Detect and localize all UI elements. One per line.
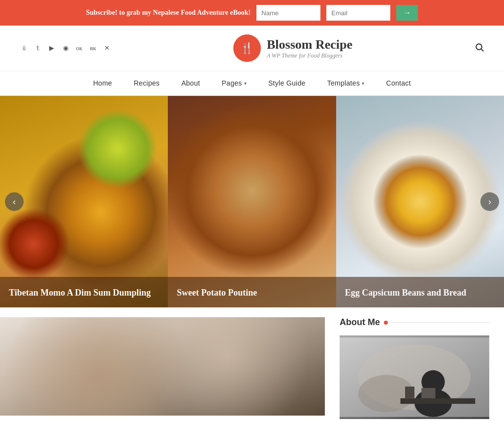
about-me-dot <box>384 321 388 325</box>
templates-chevron-icon: ▾ <box>362 81 364 86</box>
main-nav: Home Recipes About Pages ▾ Style Guide T… <box>82 71 422 95</box>
nav-item-recipes[interactable]: Recipes <box>123 71 171 95</box>
nav-about-label: About <box>181 79 200 87</box>
search-button[interactable] <box>474 42 484 55</box>
vk-icon[interactable]: вк <box>89 44 97 53</box>
slide-1: Tibetan Momo A Dim Sum Dumpling <box>0 96 168 307</box>
slide-3-title: Egg Capsicum Beans and Bread <box>345 287 495 299</box>
svg-line-1 <box>481 49 484 51</box>
top-banner: Subscribe! to grab my Nepalese Food Adve… <box>0 0 504 26</box>
nav-style-guide-label: Style Guide <box>268 79 306 87</box>
site-name: Blossom Recipe <box>267 37 352 52</box>
svg-rect-9 <box>421 388 436 398</box>
navigation-bar: Home Recipes About Pages ▾ Style Guide T… <box>0 71 504 96</box>
slider-next-button[interactable]: › <box>480 192 499 211</box>
nav-item-about[interactable]: About <box>170 71 211 95</box>
slide-3-caption: Egg Capsicum Beans and Bread <box>336 277 504 307</box>
image-slider: ‹ Tibetan Momo A Dim Sum Dumpling Sweet … <box>0 96 504 307</box>
svg-point-0 <box>476 44 482 50</box>
nav-item-pages[interactable]: Pages ▾ <box>211 71 257 95</box>
nav-pages-label: Pages <box>221 79 242 87</box>
about-me-image <box>340 335 489 419</box>
slide-2-caption: Sweet Potato Poutine <box>168 277 336 307</box>
slide-2: Sweet Potato Poutine <box>168 96 336 307</box>
logo-icon: 🍴 <box>233 34 261 62</box>
site-tagline: A WP Theme for Food Bloggers <box>267 52 352 60</box>
bottom-content: About Me <box>0 307 504 419</box>
sidebar: About Me <box>325 317 504 419</box>
twitter-icon[interactable]: 𝕥 <box>33 44 42 53</box>
odnoklassniki-icon[interactable]: ок <box>75 44 84 53</box>
svg-rect-8 <box>405 387 414 398</box>
nav-item-home[interactable]: Home <box>82 71 123 95</box>
nav-item-style-guide[interactable]: Style Guide <box>257 71 316 95</box>
xing-icon[interactable]: ✕ <box>102 44 111 53</box>
slide-3: Egg Capsicum Beans and Bread <box>336 96 504 307</box>
logo-text-block: Blossom Recipe A WP Theme for Food Blogg… <box>267 37 352 60</box>
slide-1-caption: Tibetan Momo A Dim Sum Dumpling <box>0 277 168 307</box>
social-icons-bar: û 𝕥 ▶ ◉ ок вк ✕ <box>20 44 111 53</box>
nav-home-label: Home <box>93 79 112 87</box>
svg-rect-7 <box>401 398 475 404</box>
site-header: û 𝕥 ▶ ◉ ок вк ✕ 🍴 Blossom Recipe A WP Th… <box>0 26 504 71</box>
banner-submit-button[interactable]: → <box>396 5 418 21</box>
nav-item-templates[interactable]: Templates ▾ <box>316 71 376 95</box>
about-me-divider <box>392 322 489 323</box>
instagram-icon[interactable]: ◉ <box>61 44 70 53</box>
slide-1-title: Tibetan Momo A Dim Sum Dumpling <box>9 287 159 299</box>
site-logo[interactable]: 🍴 Blossom Recipe A WP Theme for Food Blo… <box>233 34 352 62</box>
nav-contact-label: Contact <box>386 79 411 87</box>
about-me-header: About Me <box>340 317 489 328</box>
pages-chevron-icon: ▾ <box>244 81 247 86</box>
youtube-icon[interactable]: ▶ <box>47 44 56 53</box>
slide-2-title: Sweet Potato Poutine <box>177 287 327 299</box>
banner-text: Subscribe! to grab my Nepalese Food Adve… <box>86 9 251 17</box>
nav-item-contact[interactable]: Contact <box>376 71 422 95</box>
nav-templates-label: Templates <box>327 79 360 87</box>
featured-post-image[interactable] <box>0 317 325 416</box>
banner-email-input[interactable] <box>326 5 390 21</box>
facebook-icon[interactable]: û <box>20 44 29 53</box>
about-me-title: About Me <box>340 317 380 328</box>
slider-prev-button[interactable]: ‹ <box>5 192 24 211</box>
nav-recipes-label: Recipes <box>134 79 160 87</box>
banner-name-input[interactable] <box>256 5 320 21</box>
